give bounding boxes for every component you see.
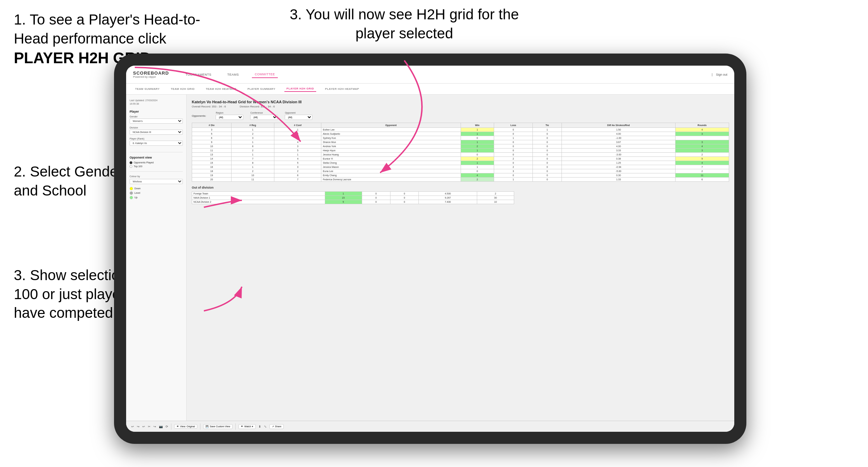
col-tie: Tie — [533, 123, 562, 128]
table-cell: Esther Lee — [321, 128, 461, 132]
redo2-icon[interactable]: ↪ — [153, 425, 156, 428]
share-button[interactable]: ↗ Share — [270, 424, 284, 429]
camera-icon[interactable]: 📷 — [159, 425, 163, 428]
table-cell: 13 — [192, 153, 232, 157]
table-cell: 1 — [461, 149, 494, 153]
table-cell: 0 — [533, 136, 562, 140]
toolbar-divider-3 — [235, 423, 236, 430]
table-cell: 0 — [494, 132, 532, 136]
redo-icon[interactable]: ↪ — [137, 425, 140, 428]
table-cell: 3 — [274, 136, 321, 140]
table-cell: 0 — [494, 128, 532, 132]
ood-cell: 10 — [477, 200, 514, 204]
legend-up-label: Up — [134, 196, 138, 199]
divider-1 — [130, 152, 183, 152]
subnav-team-h2h-grid[interactable]: TEAM H2H GRID — [169, 86, 197, 92]
table-cell: Jessica Huang — [321, 153, 461, 157]
table-cell: 1 — [231, 165, 274, 169]
ood-cell: 0 — [390, 200, 418, 204]
table-cell — [675, 136, 729, 140]
download-icon[interactable]: ⬇ — [258, 425, 261, 428]
table-cell: 0 — [533, 161, 562, 165]
table-cell: 0 — [461, 153, 494, 157]
colour-by-select[interactable]: Win/loss — [130, 179, 183, 184]
table-cell: Jessica Mason — [321, 165, 461, 169]
save-custom-view-button[interactable]: 💾 Save Custom View — [203, 424, 233, 429]
table-cell: 1 — [461, 128, 494, 132]
watch-button[interactable]: 👁 Watch ▾ — [238, 424, 256, 429]
table-cell: Sharon Mun — [321, 140, 461, 144]
player-rank-select[interactable]: 8. Katelyn Vo — [130, 141, 183, 146]
table-row: 1822Euna Lee030-5.002 — [192, 169, 729, 173]
undo-icon[interactable]: ↩ — [131, 425, 134, 428]
table-cell: 0 — [533, 169, 562, 173]
table-cell: 7 — [274, 178, 321, 182]
table-row: 1585Stella Cheng1001.254 — [192, 161, 729, 165]
table-cell: 6 — [231, 144, 274, 149]
filter-conference: Conference (All) — [250, 112, 278, 120]
table-cell: 1 — [533, 128, 562, 132]
nav-teams[interactable]: TEAMS — [225, 72, 242, 78]
nav-tournaments[interactable]: TOURNAMENTS — [183, 72, 214, 78]
table-row: 19106Emily Chang4000.3011 — [192, 173, 729, 178]
ood-cell: 9.267 — [418, 196, 477, 200]
nav-committee[interactable]: COMMITTEE — [252, 71, 278, 78]
table-cell: 6 — [274, 173, 321, 178]
table-cell: 1 — [231, 153, 274, 157]
conference-select[interactable]: (All) — [250, 115, 278, 120]
sub-nav: TEAM SUMMARY TEAM H2H GRID TEAM H2H HEAT… — [126, 84, 734, 95]
table-cell: 3 — [675, 149, 729, 153]
out-of-division-row: Foreign Team1004.5002 — [192, 192, 514, 196]
radio-top100-label: Top 100 — [134, 165, 142, 168]
subnav-team-h2h-heatmap[interactable]: TEAM H2H HEATMAP — [204, 86, 238, 92]
legend-up: Up — [130, 196, 183, 199]
subnav-team-summary[interactable]: TEAM SUMMARY — [133, 86, 162, 92]
undo2-icon[interactable]: ↩ — [142, 425, 145, 428]
table-cell: 1 — [461, 165, 494, 169]
subnav-player-summary[interactable]: PLAYER SUMMARY — [245, 86, 277, 92]
table-cell: 3 — [675, 132, 729, 136]
table-cell: 3.67 — [562, 140, 676, 144]
table-cell: 11 — [231, 178, 274, 182]
logo-text: SCOREBOARD — [133, 71, 169, 75]
reset-icon[interactable]: ⟳ — [166, 425, 168, 428]
table-cell: -0.94 — [562, 165, 676, 169]
region-select[interactable]: (All) — [216, 115, 243, 120]
table-cell: 1 — [461, 132, 494, 136]
table-cell: 4 — [461, 173, 494, 178]
radio-top100[interactable]: Top 100 — [130, 165, 183, 168]
step3-right-text: 3. You will now see H2H grid for the pla… — [283, 5, 525, 43]
subnav-player-h2h-grid[interactable]: PLAYER H2H GRID — [284, 86, 316, 92]
view-original-button[interactable]: 👁 View: Original — [174, 424, 197, 429]
expand-icon[interactable]: ⤡ — [264, 425, 267, 428]
table-cell: 0 — [533, 132, 562, 136]
cut-icon[interactable]: ✂ — [148, 425, 151, 428]
table-cell: 7 — [675, 165, 729, 169]
table-cell: Stella Cheng — [321, 161, 461, 165]
grid-title: Katelyn Vo Head-to-Head Grid for Women's… — [192, 100, 729, 104]
radio-opponents-played[interactable]: Opponents Played — [130, 161, 183, 164]
subnav-player-h2h-heatmap[interactable]: PLAYER H2H HEATMAP — [323, 86, 361, 92]
ood-cell: 0 — [390, 196, 418, 200]
table-cell: 2 — [231, 149, 274, 153]
nav-right: | Sign out — [712, 73, 727, 76]
opponent-select[interactable]: (All) — [285, 115, 312, 120]
sign-out-button[interactable]: Sign out — [716, 73, 727, 76]
table-cell: 2 — [675, 169, 729, 173]
table-cell: 4.00 — [562, 132, 676, 136]
tablet-device: SCOREBOARD Powered by clippd TOURNAMENTS… — [114, 54, 746, 444]
col-diff: Diff Av Strokes/Rnd — [562, 123, 676, 128]
table-cell: 1 — [231, 140, 274, 144]
col-conf: # Conf — [274, 123, 321, 128]
table-cell: 6 — [192, 136, 232, 140]
gender-select[interactable]: Women's Men's — [130, 118, 183, 124]
table-cell: 0 — [533, 165, 562, 169]
table-cell: 0 — [533, 173, 562, 178]
division-select[interactable]: NCAA Division III NCAA Division I NCAA D… — [130, 130, 183, 135]
color-legend: Colour by Win/loss Down Level Up — [130, 175, 183, 199]
table-cell: 0 — [494, 153, 532, 157]
col-win: Win — [461, 123, 494, 128]
table-cell: 2 — [274, 169, 321, 173]
main-content: Last Updated: 27/03/202416:55:38 Player … — [126, 95, 734, 421]
table-cell: 3 — [274, 144, 321, 149]
